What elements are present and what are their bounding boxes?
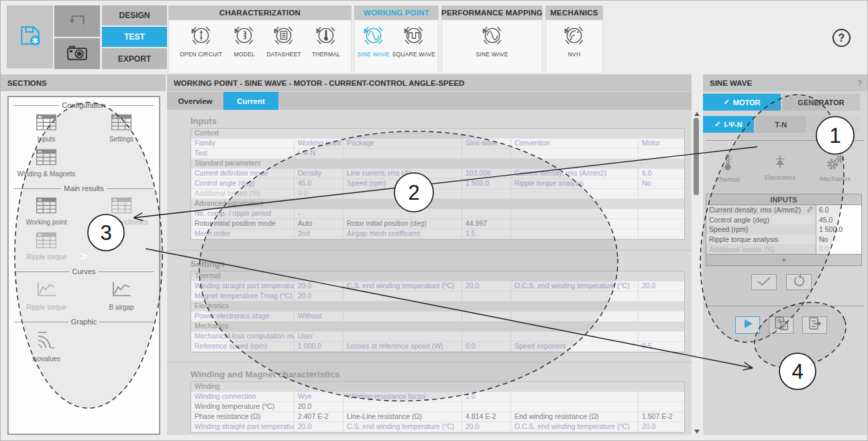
scroll-down-button[interactable]: [694, 430, 700, 434]
right-panel-help[interactable]: ?: [858, 79, 862, 87]
table-cell: 20.0: [294, 402, 343, 412]
mode-button-export[interactable]: EXPORT: [102, 48, 167, 69]
scrollbar-thumb[interactable]: [694, 118, 699, 195]
settings-button-electronics[interactable]: Electronics: [764, 153, 795, 186]
sidebar-item-b-airgap[interactable]: B airgap: [84, 278, 159, 312]
table-cell: Losses at reference speed (W): [343, 342, 462, 351]
test-button-datasheet[interactable]: DATASHEET: [266, 24, 301, 58]
table-section-row: Thermal: [191, 271, 684, 281]
table-cell: Winding straight part temperature (°C): [191, 422, 294, 432]
input-value-field[interactable]: 6.0: [816, 205, 861, 215]
tab-generator[interactable]: GENERATOR: [782, 94, 860, 111]
sidebar-item-isovalues[interactable]: Isovalues: [9, 328, 84, 364]
scroll-up-button[interactable]: [694, 112, 700, 116]
table-cell: [639, 392, 686, 401]
tab-overview[interactable]: Overview: [168, 92, 222, 110]
input-label: Ripple torque analysis: [706, 235, 816, 245]
table-cell: Working point: [294, 139, 343, 148]
sidebar-item-winding-magnets[interactable]: Winding & Magnets: [9, 147, 84, 179]
test-button-label: SINE WAVE: [358, 51, 390, 58]
sidebar-item-ripple-torque[interactable]: Ripple torque: [9, 230, 84, 262]
sidebar-item-label: Working point: [26, 218, 67, 226]
input-label: Speed (rpm): [706, 225, 816, 235]
model-icon: [233, 24, 256, 50]
table-cell: [639, 219, 686, 229]
run-test-button[interactable]: [735, 316, 760, 334]
tab-motor[interactable]: ✓MOTOR: [703, 94, 781, 111]
table-section-row: Context: [191, 129, 684, 139]
table-cell: Test: [191, 149, 294, 158]
table-cell: No: [639, 179, 686, 188]
divider: [706, 306, 864, 306]
table-row: Phase resistance (Ω)2.407 E-2Line-Line r…: [191, 412, 684, 422]
table-cell: Airgap mesh coefficient: [343, 229, 462, 239]
test-button-open-circuit[interactable]: OPEN CIRCUIT: [180, 24, 222, 58]
reset-button[interactable]: [786, 274, 812, 290]
screenshot-button[interactable]: [54, 38, 100, 69]
test-button-square-wave[interactable]: SQUARE WAVE: [392, 24, 436, 58]
settings-button-thermal[interactable]: Thermal: [716, 153, 740, 186]
table-cell: C.S. end winding temperature (°C): [343, 281, 462, 291]
section-divider: [167, 362, 692, 363]
table-cell: 1 000.0: [294, 342, 343, 351]
test-button-sine-wave[interactable]: SINE WAVE: [358, 24, 390, 58]
input-value-field[interactable]: 0.0: [816, 244, 861, 254]
toolbar-group-body: SINE WAVE: [441, 20, 543, 74]
table-cell: 2.407 E-2: [294, 412, 343, 422]
table-cell: [462, 332, 511, 341]
table-cell: Ripple torque analysis: [511, 179, 639, 188]
save-icon: [18, 23, 42, 50]
input-value-field[interactable]: 1 500.0: [816, 225, 861, 235]
sidebar-item-working-point[interactable]: Working point: [9, 195, 84, 227]
tab-i-u[interactable]: I-U: [808, 116, 860, 133]
table-row: Control angle (deg)45.0Speed (rpm)1 500.…: [191, 179, 684, 189]
tab-current[interactable]: Current: [223, 92, 278, 110]
add-input-button[interactable]: +: [706, 254, 861, 265]
main-scrollbar[interactable]: [692, 110, 702, 435]
table-cell: [343, 149, 462, 158]
sidebar-item-inputs[interactable]: Inputs: [9, 112, 84, 144]
main-title: WORKING POINT - SINE WAVE - MOTOR - CURR…: [167, 74, 692, 91]
main-panel: WORKING POINT - SINE WAVE - MOTOR - CURR…: [167, 74, 692, 435]
save-button[interactable]: [7, 5, 53, 68]
apply-button[interactable]: [751, 274, 777, 290]
settings-button-mechanics[interactable]: Mechanics: [820, 153, 851, 186]
mode-button-test[interactable]: TEST: [102, 27, 167, 47]
table-cell: Power electronics stage: [191, 312, 294, 321]
test-button-model[interactable]: MODEL: [233, 24, 256, 58]
table-row: Winding temperature (°C)20.0: [191, 402, 684, 412]
section-group-items: InputsSettingsWinding & Magnets: [9, 111, 159, 180]
sidebar-item-label: Power electronics: [95, 218, 148, 226]
toolbar-group-title: WORKING POINT: [354, 5, 439, 20]
table-cell: 0.0: [294, 189, 343, 198]
table-cell: Mesh order: [191, 229, 294, 239]
table-icon: [111, 114, 132, 133]
main-content: InputsContextFamilyWorking pointPackageS…: [167, 110, 692, 435]
input-value-field[interactable]: No: [816, 235, 861, 245]
right-panel-title-text: SINE WAVE: [710, 79, 752, 87]
sidebar-item-settings[interactable]: Settings: [84, 112, 159, 144]
table-cell: [511, 402, 639, 412]
sections-panel-title: SECTIONS: [1, 74, 166, 91]
help-button[interactable]: ?: [832, 29, 851, 47]
sidebar-item-power-electronics[interactable]: Power electronics: [84, 195, 159, 227]
test-button-thermal[interactable]: THERMAL: [312, 24, 340, 58]
test-button-sine-wave[interactable]: SINE WAVE: [476, 24, 508, 58]
input-value-field[interactable]: 45.0: [816, 215, 861, 225]
return-arrow-button[interactable]: [54, 5, 100, 37]
table-cell: [511, 219, 639, 229]
table-cell: [639, 189, 686, 198]
tab-t-n[interactable]: T-N: [755, 116, 806, 133]
tab-i-n[interactable]: ✓I-Ψ-N: [703, 116, 754, 133]
test-button-nvh[interactable]: NVH: [563, 24, 586, 58]
sidebar-item-ripple-torque[interactable]: Ripple torque: [9, 278, 84, 312]
export-button[interactable]: [802, 316, 827, 334]
table-cell: Rotor initial position mode: [191, 219, 294, 229]
mode-button-design[interactable]: DESIGN: [102, 5, 167, 25]
settings-button-label: Mechanics: [820, 175, 851, 182]
settings-button-label: Electronics: [764, 174, 795, 181]
sidebar-item-label: Settings: [109, 135, 133, 143]
table-section-row: Standard parameters: [191, 159, 684, 169]
toolbar-group-working-point: WORKING POINTSINE WAVESQUARE WAVE: [354, 5, 439, 69]
report-button[interactable]: [769, 316, 794, 334]
